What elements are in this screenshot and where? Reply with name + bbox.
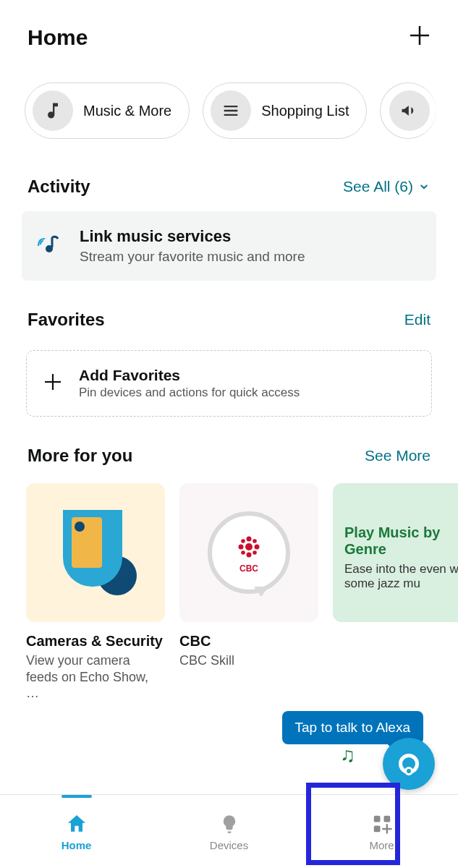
- more-card-title: CBC: [179, 632, 318, 650]
- see-all-text: See All (6): [343, 178, 413, 195]
- cbc-skill-icon: CBC: [208, 511, 290, 594]
- alexa-fab-button[interactable]: [383, 738, 435, 790]
- add-favorites-title: Add Favorites: [79, 367, 300, 384]
- svg-point-5: [245, 543, 253, 550]
- svg-point-10: [241, 539, 245, 543]
- more-card-cameras[interactable]: Cameras & Security View your camera feed…: [26, 483, 165, 702]
- grid-plus-icon: [370, 812, 394, 836]
- shortcut-row: Music & More Shopping List: [0, 61, 458, 148]
- svg-point-12: [241, 550, 245, 555]
- shortcut-music-more[interactable]: Music & More: [25, 82, 190, 139]
- svg-point-8: [239, 545, 244, 550]
- chevron-down-icon: [417, 180, 431, 193]
- more-card-subtitle: CBC Skill: [179, 652, 318, 669]
- nav-home[interactable]: Home: [0, 795, 153, 868]
- music-note-icon: [33, 90, 73, 131]
- svg-point-7: [247, 553, 252, 558]
- shortcut-announce[interactable]: [380, 82, 436, 139]
- home-icon: [64, 812, 89, 836]
- add-favorites-subtitle: Pin devices and actions for quick access: [79, 386, 300, 400]
- more-card-title: Cameras & Security: [26, 632, 165, 650]
- bottom-nav: Home Devices More: [0, 794, 458, 868]
- svg-rect-15: [383, 816, 390, 822]
- more-card-play-music[interactable]: Play Music by Genre Ease into the even w…: [333, 483, 458, 702]
- activity-heading: Activity: [27, 176, 90, 197]
- bulb-icon: [217, 812, 242, 836]
- camera-illustration-icon: [48, 506, 143, 600]
- favorites-heading: Favorites: [27, 310, 105, 330]
- more-see-more-link[interactable]: See More: [365, 447, 431, 464]
- more-card-title: Play Music by Genre: [344, 524, 458, 558]
- svg-rect-14: [373, 816, 380, 822]
- more-card-subtitle: View your camera feeds on Echo Show, …: [26, 652, 165, 702]
- activity-see-all-link[interactable]: See All (6): [343, 178, 431, 195]
- shortcut-label: Music & More: [83, 103, 171, 119]
- more-for-you-row: Cameras & Security View your camera feed…: [0, 475, 458, 702]
- svg-point-2: [46, 245, 53, 252]
- music-wave-icon: [38, 231, 64, 260]
- add-button[interactable]: [409, 25, 431, 51]
- nav-label: More: [369, 839, 394, 851]
- shortcut-label: Shopping List: [261, 103, 349, 119]
- nav-devices[interactable]: Devices: [153, 795, 305, 868]
- svg-point-11: [253, 539, 257, 543]
- music-notes-icon: ♫: [340, 744, 355, 767]
- nav-label: Home: [62, 839, 92, 851]
- cbc-badge-text: CBC: [239, 563, 258, 574]
- megaphone-icon: [389, 90, 430, 131]
- shortcut-shopping-list[interactable]: Shopping List: [203, 82, 367, 139]
- activity-card-link-music[interactable]: Link music services Stream your favorite…: [22, 211, 436, 281]
- svg-point-9: [255, 545, 260, 550]
- plus-icon: [43, 372, 63, 396]
- activity-card-subtitle: Stream your favorite music and more: [80, 249, 305, 265]
- more-for-you-heading: More for you: [27, 446, 132, 466]
- nav-more[interactable]: More: [305, 795, 458, 868]
- svg-point-6: [247, 537, 252, 542]
- favorites-edit-link[interactable]: Edit: [404, 311, 431, 328]
- nav-label: Devices: [210, 839, 248, 851]
- alexa-ring-icon: [399, 754, 419, 774]
- more-card-cbc[interactable]: CBC CBC CBC Skill: [179, 483, 318, 702]
- page-title: Home: [27, 25, 88, 50]
- list-icon: [211, 90, 251, 131]
- more-card-subtitle: Ease into the even with some jazz mu: [344, 562, 458, 591]
- svg-rect-16: [373, 826, 380, 833]
- activity-card-title: Link music services: [80, 227, 305, 246]
- svg-point-13: [253, 550, 257, 555]
- add-favorites-card[interactable]: Add Favorites Pin devices and actions fo…: [26, 350, 432, 417]
- plus-icon: [409, 25, 431, 46]
